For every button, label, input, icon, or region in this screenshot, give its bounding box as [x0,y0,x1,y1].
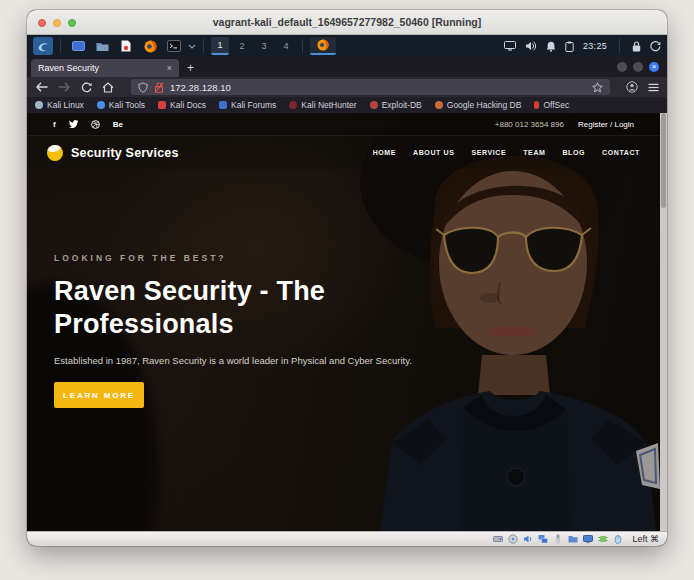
tracking-protection-shield-icon[interactable] [138,82,148,93]
network-status-icon[interactable] [538,534,548,544]
virtualbox-vm-window: vagrant-kali_default_1649657277982_50460… [27,10,667,546]
features-status-icon[interactable] [598,534,608,544]
site-logo[interactable]: Security Services [47,145,179,161]
home-button[interactable] [101,80,115,94]
kali-docs-favicon [158,101,166,109]
workspace-3-button[interactable]: 3 [255,37,273,55]
page-scrollbar[interactable] [660,113,667,531]
launcher-dropdown-chevron-icon[interactable] [188,44,196,49]
bookmark-kali-linux[interactable]: Kali Linux [35,100,84,110]
learn-more-button[interactable]: LEARN MORE [54,382,144,408]
browser-tab[interactable]: Raven Security × [31,59,179,77]
bookmarks-toolbar: Kali Linux Kali Tools Kali Docs Kali For… [27,97,667,113]
url-bar[interactable]: 172.28.128.10 [131,79,610,95]
firefox-taskbar-button[interactable] [310,37,336,55]
workspace-2-button[interactable]: 2 [233,37,251,55]
kali-nethunter-favicon [289,101,297,109]
firefox-icon [317,39,329,51]
volume-icon[interactable] [525,41,537,51]
bookmark-offsec[interactable]: OffSec [534,100,569,110]
file-manager-launcher[interactable] [92,37,112,55]
optical-disc-status-icon[interactable] [508,534,518,544]
bookmark-kali-forums[interactable]: Kali Forums [219,100,276,110]
tab-title: Raven Security [38,63,161,73]
desktop-background: vagrant-kali_default_1649657277982_50460… [0,0,694,580]
nav-service[interactable]: SERVICE [471,149,506,156]
exploit-db-favicon [370,101,378,109]
facebook-icon[interactable]: f [53,120,56,129]
nav-blog[interactable]: BLOG [562,149,585,156]
usb-status-icon[interactable] [553,534,563,544]
terminal-launcher[interactable] [164,37,184,55]
forward-arrow-icon [58,82,70,92]
nav-about-us[interactable]: ABOUT US [413,149,454,156]
notifications-bell-icon[interactable] [546,41,556,52]
forward-button[interactable] [57,80,71,94]
offsec-favicon [534,101,539,109]
kali-forums-favicon [219,101,227,109]
home-icon [102,82,114,93]
close-window-button[interactable] [38,19,46,27]
bookmark-google-hacking-db[interactable]: Google Hacking DB [435,100,522,110]
virtualbox-status-bar: Left ⌘ [27,531,667,546]
kali-menu-button[interactable] [33,37,53,55]
browser-close-button[interactable]: × [649,62,659,72]
nav-home[interactable]: HOME [373,149,396,156]
bookmark-kali-docs[interactable]: Kali Docs [158,100,206,110]
panel-separator [203,39,204,53]
hero-title: Raven Security - The Professionals [54,275,402,341]
browser-minimize-button[interactable] [617,62,627,72]
bookmark-exploit-db[interactable]: Exploit-DB [370,100,422,110]
site-header: Security Services HOME ABOUT US SERVICE … [27,136,660,169]
account-icon[interactable] [626,81,638,93]
dribbble-icon[interactable] [91,120,100,129]
tab-close-icon[interactable]: × [167,63,172,73]
url-text[interactable]: 172.28.128.10 [170,82,586,93]
browser-tab-bar: Raven Security × + × [27,57,667,77]
scrollbar-thumb[interactable] [661,113,666,208]
bookmark-kali-tools[interactable]: Kali Tools [97,100,145,110]
reload-icon [81,82,92,93]
new-tab-button[interactable]: + [187,62,194,74]
show-desktop-button[interactable] [68,37,88,55]
workspace-1-button[interactable]: 1 [211,37,229,55]
mouse-integration-status-icon[interactable] [613,534,623,544]
workspace-4-button[interactable]: 4 [277,37,295,55]
zoom-window-button[interactable] [68,19,76,27]
nav-team[interactable]: TEAM [523,149,545,156]
browser-toolbar: 172.28.128.10 [27,77,667,97]
text-editor-launcher[interactable] [116,37,136,55]
folder-icon [96,41,109,52]
display-settings-icon[interactable] [504,41,516,51]
kali-linux-favicon [35,101,43,109]
panel-clock[interactable]: 23:25 [583,41,607,51]
hero-section: LOOKING FOR THE BEST? Raven Security - T… [54,253,454,408]
audio-status-icon[interactable] [523,534,533,544]
minimize-window-button[interactable] [53,19,61,27]
bookmark-star-icon[interactable] [592,82,603,93]
logout-icon[interactable] [650,41,661,52]
back-button[interactable] [35,80,49,94]
menu-hamburger-icon[interactable] [648,83,659,92]
brand-name: Security Services [71,146,179,160]
shared-folders-status-icon[interactable] [568,534,578,544]
kali-panel: 1 2 3 4 [27,35,667,57]
behance-icon[interactable]: Be [113,120,123,129]
panel-separator [619,39,620,53]
browser-maximize-button[interactable] [633,62,643,72]
twitter-icon[interactable] [69,120,78,128]
clipboard-icon[interactable] [565,41,574,52]
reload-button[interactable] [79,80,93,94]
site-topbar: f Be +880 012 3654 896 Register / Login [27,113,660,136]
firefox-launcher[interactable] [140,37,160,55]
panel-separator [302,39,303,53]
lock-screen-icon[interactable] [632,41,641,52]
logo-icon [47,145,63,161]
nav-contact[interactable]: CONTACT [602,149,640,156]
bookmark-kali-nethunter[interactable]: Kali NetHunter [289,100,356,110]
display-status-icon[interactable] [583,534,593,544]
phone-number: +880 012 3654 896 [495,120,564,129]
register-login-link[interactable]: Register / Login [578,120,634,129]
hdd-status-icon[interactable] [493,534,503,544]
insecure-connection-lock-icon[interactable] [154,82,164,93]
